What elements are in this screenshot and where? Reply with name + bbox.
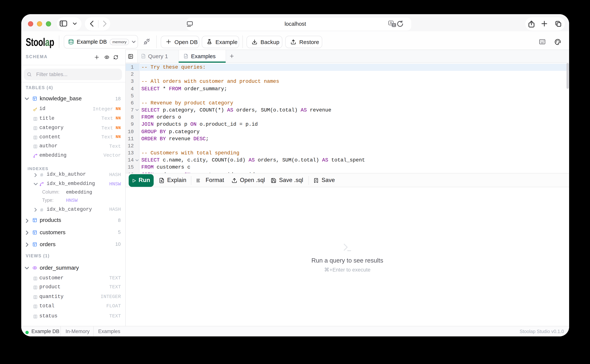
svg-text:文: 文	[392, 24, 395, 27]
svg-text:A: A	[389, 21, 392, 25]
